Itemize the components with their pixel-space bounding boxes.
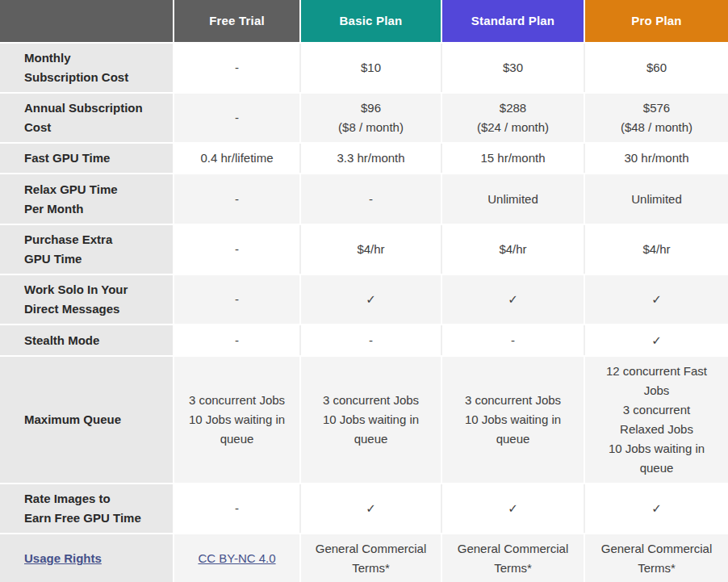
corner-header-cell bbox=[0, 0, 174, 43]
plan-column-header-basic: Basic Plan bbox=[300, 0, 441, 43]
table-cell: ✓ bbox=[584, 484, 728, 534]
table-cell: ✓ bbox=[300, 274, 441, 324]
cc-by-nc-license-link[interactable]: CC BY-NC 4.0 bbox=[198, 551, 275, 565]
table-cell: Unlimited bbox=[584, 174, 728, 224]
table-cell: - bbox=[300, 324, 441, 356]
table-cell: General Commercial Terms* bbox=[441, 534, 584, 582]
plan-column-header-free-trial: Free Trial bbox=[174, 0, 300, 43]
row-label-work-solo: Work Solo In Your Direct Messages bbox=[0, 274, 174, 324]
plan-column-header-pro: Pro Plan bbox=[584, 0, 728, 43]
table-cell: $96 ($8 / month) bbox=[300, 93, 441, 143]
row-label-relax-gpu-time: Relax GPU Time Per Month bbox=[0, 174, 174, 224]
table-cell: ✓ bbox=[441, 274, 584, 324]
table-cell: 3 concurrent Jobs 10 Jobs waiting in que… bbox=[174, 356, 300, 484]
table-cell: General Commercial Terms* bbox=[584, 534, 728, 582]
table-cell: ✓ bbox=[584, 324, 728, 356]
table-cell: ✓ bbox=[584, 274, 728, 324]
table-cell: - bbox=[174, 324, 300, 356]
table-row: Work Solo In Your Direct Messages - ✓ ✓ … bbox=[0, 274, 728, 324]
table-row: Fast GPU Time 0.4 hr/lifetime 3.3 hr/mon… bbox=[0, 143, 728, 174]
table-cell: ✓ bbox=[300, 484, 441, 534]
table-cell: 0.4 hr/lifetime bbox=[174, 143, 300, 174]
table-cell: - bbox=[174, 224, 300, 274]
table-cell: 15 hr/month bbox=[441, 143, 584, 174]
table-cell: - bbox=[174, 93, 300, 143]
table-cell: 30 hr/month bbox=[584, 143, 728, 174]
row-label-fast-gpu-time: Fast GPU Time bbox=[0, 143, 174, 174]
table-row: Monthly Subscription Cost - $10 $30 $60 bbox=[0, 43, 728, 93]
table-row: Purchase Extra GPU Time - $4/hr $4/hr $4… bbox=[0, 224, 728, 274]
plan-header-row: Free Trial Basic Plan Standard Plan Pro … bbox=[0, 0, 728, 43]
table-cell: $4/hr bbox=[584, 224, 728, 274]
table-cell: 3 concurrent Jobs 10 Jobs waiting in que… bbox=[300, 356, 441, 484]
row-label-stealth-mode: Stealth Mode bbox=[0, 324, 174, 356]
table-row: Relax GPU Time Per Month - - Unlimited U… bbox=[0, 174, 728, 224]
row-label-annual-subscription-cost: Annual Subscription Cost bbox=[0, 93, 174, 143]
pricing-table: Free Trial Basic Plan Standard Plan Pro … bbox=[0, 0, 728, 582]
table-cell: 12 concurrent Fast Jobs 3 concurrent Rel… bbox=[584, 356, 728, 484]
table-row: Stealth Mode - - - ✓ bbox=[0, 324, 728, 356]
table-row: Maximum Queue 3 concurrent Jobs 10 Jobs … bbox=[0, 356, 728, 484]
table-cell: General Commercial Terms* bbox=[300, 534, 441, 582]
table-row: Annual Subscription Cost - $96 ($8 / mon… bbox=[0, 93, 728, 143]
table-cell: $60 bbox=[584, 43, 728, 93]
table-cell: ✓ bbox=[441, 484, 584, 534]
table-cell: - bbox=[300, 174, 441, 224]
row-label-maximum-queue: Maximum Queue bbox=[0, 356, 174, 484]
table-cell: 3 concurrent Jobs 10 Jobs waiting in que… bbox=[441, 356, 584, 484]
table-cell: CC BY-NC 4.0 bbox=[174, 534, 300, 582]
table-cell: - bbox=[174, 484, 300, 534]
row-label-purchase-extra-gpu-time: Purchase Extra GPU Time bbox=[0, 224, 174, 274]
table-cell: $4/hr bbox=[441, 224, 584, 274]
table-cell: Unlimited bbox=[441, 174, 584, 224]
table-cell: $10 bbox=[300, 43, 441, 93]
table-cell: - bbox=[174, 274, 300, 324]
usage-rights-link[interactable]: Usage Rights bbox=[24, 551, 102, 565]
table-row: Usage Rights CC BY-NC 4.0 General Commer… bbox=[0, 534, 728, 582]
table-cell: $576 ($48 / month) bbox=[584, 93, 728, 143]
table-cell: $288 ($24 / month) bbox=[441, 93, 584, 143]
table-cell: - bbox=[441, 324, 584, 356]
table-cell: 3.3 hr/month bbox=[300, 143, 441, 174]
plan-column-header-standard: Standard Plan bbox=[441, 0, 584, 43]
table-cell: - bbox=[174, 43, 300, 93]
row-label-usage-rights: Usage Rights bbox=[0, 534, 174, 582]
row-label-rate-images: Rate Images to Earn Free GPU Time bbox=[0, 484, 174, 534]
table-cell: - bbox=[174, 174, 300, 224]
table-cell: $30 bbox=[441, 43, 584, 93]
row-label-monthly-subscription-cost: Monthly Subscription Cost bbox=[0, 43, 174, 93]
table-row: Rate Images to Earn Free GPU Time - ✓ ✓ … bbox=[0, 484, 728, 534]
table-cell: $4/hr bbox=[300, 224, 441, 274]
